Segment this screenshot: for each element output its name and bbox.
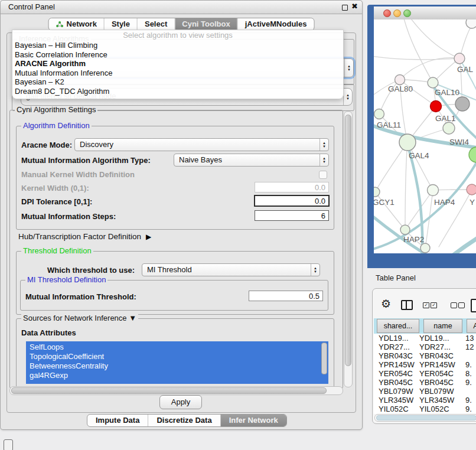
attribute-item-selected[interactable]: TopologicalCoefficient	[26, 352, 328, 361]
tab-discretize-data[interactable]: Discretize Data	[148, 415, 220, 426]
cell-name: YLR345W	[419, 396, 454, 405]
cell-name: YPR145W	[419, 360, 455, 369]
aracne-mode-combo[interactable]: Discovery	[74, 138, 329, 151]
group-title: Cyni Algorithm Settings	[15, 106, 97, 114]
column-header-shared-name[interactable]: shared...	[377, 319, 419, 333]
cell-name: YBR043C	[419, 351, 454, 360]
dropdown-item[interactable]: Basic Correlation Inference	[12, 50, 343, 60]
network-canvas[interactable]: GALGAL80GAL10GAL1GAL11SWI4GAL4GCY1HAP4YH…	[374, 19, 476, 253]
gear-icon[interactable]: ⚙	[381, 298, 391, 309]
document-icon[interactable]	[471, 299, 476, 312]
table-row[interactable]: YDL19... YDL19... 13	[374, 334, 476, 343]
table-row[interactable]: YLR345W YLR345W 9.	[374, 396, 476, 405]
unchecked-checkbox-icon[interactable]	[458, 302, 465, 308]
control-panel-tabs: Network Style Select Cyni Toolbox jActiv…	[48, 18, 315, 31]
table-horizontal-scrollbar[interactable]	[374, 414, 476, 422]
minimize-traffic-light-icon[interactable]	[393, 9, 401, 17]
mi-threshold-field[interactable]: 0.5	[249, 291, 323, 301]
zoom-traffic-light-icon[interactable]	[403, 9, 411, 17]
tab-label: Style	[112, 18, 130, 30]
dpi-tolerance-field[interactable]: 0.0	[254, 195, 330, 207]
network-tab-icon	[56, 21, 64, 28]
network-node[interactable]	[428, 77, 438, 88]
kernel-width-field[interactable]: 0.0	[255, 182, 329, 193]
network-node[interactable]	[467, 184, 476, 195]
dropdown-item[interactable]: ARACNE Algorithm	[12, 59, 343, 69]
dropdown-item[interactable]: Bayesian – K2	[12, 77, 343, 87]
table-row[interactable]: YDR27... YDR27... 12	[374, 343, 476, 351]
data-attributes-list: SelfLoopsTopologicalCoefficientBetweenne…	[26, 341, 328, 384]
unchecked-checkbox-icon[interactable]	[451, 302, 457, 308]
tab-select[interactable]: Select	[137, 18, 174, 30]
apply-button[interactable]: Apply	[159, 395, 202, 409]
network-node-label: GAL4	[409, 151, 429, 160]
network-node[interactable]	[466, 19, 476, 28]
tab-jactivemnodules[interactable]: jActiveMNodules	[237, 18, 314, 30]
network-node[interactable]	[431, 101, 442, 112]
dropdown-item[interactable]: Dream8 DC_TDC Algorithm	[12, 87, 343, 96]
column-header-name[interactable]: name	[423, 319, 462, 333]
network-node[interactable]	[374, 187, 380, 197]
network-node-label: HAP4	[434, 198, 455, 207]
table-row[interactable]: YBR043C YBR043C	[374, 351, 476, 360]
table-panel-title: Table Panel	[376, 273, 416, 282]
manual-kernel-checkbox[interactable]	[319, 171, 327, 179]
table-row[interactable]: YBL079W YBL079W	[374, 387, 476, 396]
network-node[interactable]	[469, 147, 476, 162]
tab-impute-data[interactable]: Impute Data	[87, 415, 148, 426]
scrollbar-thumb[interactable]	[376, 415, 476, 420]
close-icon[interactable]: ✖	[351, 2, 358, 11]
settings-vertical-scrollbar[interactable]	[344, 111, 353, 387]
hub-definition-expander[interactable]: Hub/Transcription Factor Definition▶	[18, 232, 151, 242]
network-node[interactable]	[455, 97, 470, 111]
algorithm-dropdown-popup: Select algorithm to view settings Bayesi…	[12, 30, 344, 99]
tab-infer-network[interactable]: Infer Network	[220, 415, 286, 426]
attribute-item-selected[interactable]: gal4RGexp	[26, 371, 328, 380]
tab-style[interactable]: Style	[104, 18, 137, 30]
dropdown-item[interactable]: Mutual Information Inference	[12, 69, 343, 78]
checked-checkbox-icon[interactable]: ✓	[431, 302, 437, 308]
dropdown-item[interactable]: Bayesian – Hill Climbing	[12, 41, 343, 50]
attribute-item-selected[interactable]: SelfLoops	[26, 343, 328, 352]
cell-name: YBR045C	[419, 378, 454, 387]
scrollbar-thumb[interactable]	[11, 387, 327, 394]
tab-label: Network	[67, 18, 97, 30]
minimized-panel-icon[interactable]	[4, 439, 13, 450]
network-node[interactable]	[399, 134, 416, 151]
column-header-cut[interactable]: A	[467, 319, 476, 333]
network-node[interactable]	[374, 109, 384, 119]
network-node-label: Y	[470, 198, 475, 207]
network-node[interactable]	[395, 75, 405, 85]
hub-definition-label: Hub/Transcription Factor Definition	[18, 232, 141, 241]
float-window-icon[interactable]	[342, 5, 348, 11]
checked-checkbox-icon[interactable]: ✓	[423, 302, 429, 308]
which-threshold-combo[interactable]: MI Threshold	[142, 263, 320, 276]
cell-name: YER054C	[419, 369, 454, 378]
cell-name: YDR27...	[419, 343, 451, 351]
attribute-item-selected[interactable]: BetweennessCentrality	[26, 361, 328, 371]
network-node[interactable]	[454, 53, 465, 64]
split-columns-icon[interactable]	[401, 300, 413, 310]
tab-cyni-toolbox[interactable]: Cyni Toolbox	[174, 18, 237, 30]
cell-value: 12	[465, 343, 474, 351]
table-row[interactable]: YPR145W YPR145W 9.	[374, 360, 476, 369]
mi-steps-field[interactable]: 6	[255, 210, 329, 221]
scrollbar-thumb[interactable]	[345, 115, 351, 366]
settings-horizontal-scrollbar[interactable]	[9, 386, 343, 395]
close-traffic-light-icon[interactable]	[383, 9, 391, 17]
table-row[interactable]: YER054C YER054C 8.	[374, 369, 476, 378]
table-row[interactable]: YBR045C YBR045C 9.	[374, 378, 476, 387]
network-node[interactable]	[443, 122, 455, 134]
network-node[interactable]	[420, 243, 430, 253]
tab-network[interactable]: Network	[49, 18, 104, 30]
network-edge	[375, 142, 407, 192]
list-scrollbar-thumb[interactable]	[321, 343, 327, 374]
network-node[interactable]	[428, 185, 439, 196]
group-title: Sources for Network Inference	[23, 314, 127, 322]
network-node[interactable]	[400, 225, 410, 234]
sources-collapser[interactable]: Sources for Network Inference ▼	[21, 314, 138, 322]
table-row[interactable]: YIL052C YIL052C 9.	[374, 405, 476, 413]
cell-name: YDL19...	[419, 334, 449, 343]
network-node-label: GAL	[457, 65, 474, 74]
mi-type-combo[interactable]: Naive Bayes	[174, 154, 329, 167]
